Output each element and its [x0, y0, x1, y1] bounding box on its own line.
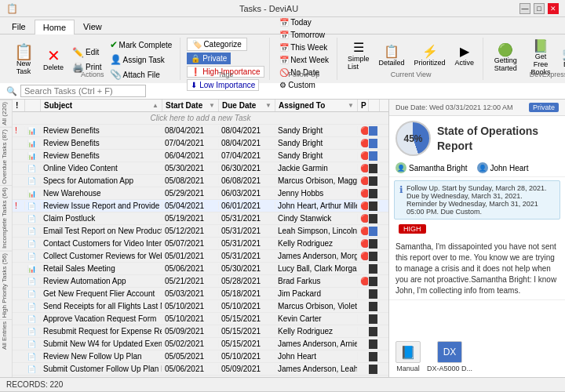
table-row[interactable]: 📄 Submit Customer Follow Up Plan Feedbac…: [13, 363, 388, 376]
col-header-color[interactable]: [369, 100, 380, 111]
progress-circle: 45%: [396, 121, 431, 156]
tags-buttons: 🏷️ Categorize 🔒 Private ❗ High Importanc…: [187, 38, 264, 91]
priority-icon: 🔴: [360, 189, 369, 198]
sidebar-label-overdue[interactable]: Overdue Tasks (87): [0, 127, 12, 186]
title-bar: 📋 Tasks - DeviAU — □ ✕: [0, 0, 565, 17]
table-row[interactable]: 📊 Review Benefits 07/04/2021 08/04/2021 …: [13, 137, 388, 150]
sidebar-label-all[interactable]: All (220): [0, 100, 12, 127]
search-input[interactable]: [20, 85, 146, 97]
records-count: RECORDS: 220: [6, 380, 63, 389]
window-controls[interactable]: — □ ✕: [519, 3, 559, 14]
table-row[interactable]: 📄 Contact Customers for Video Interviews…: [13, 238, 388, 250]
sidebar-label-incomplete[interactable]: Incomplete Tasks (64): [0, 185, 12, 250]
buy-icon: 🛒: [562, 48, 565, 60]
col-header-due[interactable]: Due Date ▼: [219, 100, 275, 111]
devexpress-group: 🟢 Getting Started 📗 Get Free Books 🛒 Buy…: [485, 38, 565, 80]
high-priority-badge: HIGH: [399, 224, 426, 234]
prioritized-icon: ⚡: [422, 44, 438, 59]
table-row[interactable]: 📄 Specs for Automation App 05/08/2021 06…: [13, 175, 388, 187]
col-header-flag[interactable]: !: [13, 100, 25, 111]
table-row[interactable]: 📄 Email Test Report on New Products 05/1…: [13, 225, 388, 238]
priority-icon: 🔴: [360, 239, 369, 248]
table-row[interactable]: 📊 New Warehouse 05/29/2021 06/03/2021 Je…: [13, 187, 388, 200]
sidebar-label-allentries[interactable]: All Entries: [0, 319, 12, 351]
col-header-subject[interactable]: Subject ▲: [41, 100, 162, 111]
table-row[interactable]: 📄 Collect Customer Reviews for Website 0…: [13, 250, 388, 263]
maximize-button[interactable]: □: [534, 3, 545, 14]
delete-button[interactable]: ✕ Delete: [39, 45, 67, 74]
followup-buttons: 📅 Today 📅 Tomorrow 📅 This Week 📅 Next We…: [276, 16, 333, 91]
tab-file[interactable]: File: [3, 19, 35, 34]
app-icon: 📋: [6, 3, 18, 14]
user-entry-2: 👤 John Heart: [477, 162, 529, 173]
tomorrow-button[interactable]: 📅 Tomorrow: [276, 29, 333, 41]
table-row[interactable]: 📄 Review New Follow Up Plan 05/05/2021 0…: [13, 350, 388, 363]
table-row[interactable]: 📄 Create New Installer for Company Wide …: [13, 376, 388, 377]
assign-task-button[interactable]: 👤 Assign Task: [107, 53, 176, 67]
active-button[interactable]: ▶ Active: [451, 42, 479, 69]
tab-view[interactable]: View: [75, 19, 111, 34]
mark-complete-button[interactable]: ✔ Mark Complete: [107, 38, 176, 52]
buy-button[interactable]: 🛒 Buy: [560, 45, 565, 71]
new-task-icon: 📋: [14, 44, 34, 60]
color-swatch: [369, 339, 378, 349]
rp-header: Due Date: Wed 03/31/2021 12:00 AM Privat…: [389, 100, 565, 116]
detailed-button[interactable]: 📋 Detailed: [375, 42, 409, 69]
status-icon: 📄: [27, 252, 36, 260]
table-row[interactable]: 📄 Send Receipts for all Flights Last Mon…: [13, 300, 388, 313]
low-importance-button[interactable]: ⬇ Low Importance: [187, 79, 259, 91]
categorize-button[interactable]: 🏷️ Categorize: [187, 38, 246, 51]
sidebar-label-highpriority[interactable]: High Priority Tasks (56): [0, 251, 12, 320]
manual-button[interactable]: 📘 Manual: [396, 341, 421, 372]
getting-started-button[interactable]: 🟢 Getting Started: [490, 42, 521, 74]
dx-a5000d-button[interactable]: DX DX-A5000 D...: [427, 341, 472, 372]
table-row[interactable]: 📄 Claim Postluck 05/19/2021 05/31/2021 C…: [13, 212, 388, 225]
prioritized-button[interactable]: ⚡ Prioritized: [410, 42, 450, 69]
col-header-p[interactable]: P: [358, 100, 369, 111]
minimize-button[interactable]: —: [519, 3, 530, 14]
status-icon: 📊: [27, 127, 36, 135]
color-swatch: [369, 352, 378, 361]
status-icon: 📄: [27, 227, 36, 235]
priority-icon: 🔴: [360, 201, 369, 210]
table-row[interactable]: 📄 Online Video Content 05/30/2021 06/30/…: [13, 162, 388, 175]
private-button[interactable]: 🔒 Private: [187, 53, 231, 64]
status-bar: RECORDS: 220: [0, 377, 565, 391]
table-row[interactable]: ! 📄 Review Issue Report and Provide Work…: [13, 200, 388, 212]
table-row[interactable]: 📊 Review Benefits 06/04/2021 07/04/2021 …: [13, 150, 388, 162]
next-week-button[interactable]: 📅 Next Week: [276, 54, 333, 66]
priority-icon: 🔴: [360, 164, 369, 172]
color-swatch: [369, 227, 378, 236]
table-row[interactable]: 📊 Retail Sales Meeting 05/06/2021 05/30/…: [13, 263, 388, 275]
col-header-assigned[interactable]: Assigned To ▼: [275, 100, 358, 111]
col-header-start[interactable]: Start Date ▼: [162, 100, 219, 111]
simple-list-button[interactable]: ☰ Simple List: [344, 38, 374, 73]
table-row[interactable]: 📄 Approve Vacation Request Form 05/10/20…: [13, 313, 388, 325]
close-button[interactable]: ✕: [548, 3, 559, 14]
today-button[interactable]: 📅 Today: [276, 16, 333, 28]
table-row[interactable]: 📄 Submit New W4 for Updated Exemptions 0…: [13, 338, 388, 350]
custom-button[interactable]: ⚙ Custom: [276, 79, 333, 91]
col-header-status[interactable]: [25, 100, 41, 111]
status-icon: 📄: [27, 177, 36, 185]
table-row[interactable]: ! 📊 Review Benefits 08/04/2021 08/04/202…: [13, 125, 388, 137]
table-row[interactable]: 📄 Resubmit Request for Expense Reimburse…: [13, 325, 388, 338]
table-row[interactable]: 📄 Get New Frequent Flier Account 05/03/2…: [13, 288, 388, 300]
status-icon: 📄: [27, 328, 36, 336]
color-swatch: [369, 189, 378, 198]
edit-button[interactable]: ✏️ Edit: [69, 45, 105, 60]
current-view-group: ☰ Simple List 📋 Detailed ⚡ Prioritized ▶…: [339, 38, 483, 80]
color-swatch: [369, 164, 378, 173]
rp-due-date: Due Date: Wed 03/31/2021 12:00 AM: [396, 103, 512, 111]
color-swatch: [369, 314, 378, 324]
rp-info-box: ℹ Follow Up. Start by Sunday, March 28, …: [394, 180, 560, 220]
user-name-1: Samantha Bright: [409, 164, 468, 172]
new-task-row[interactable]: Click here to add a new Task: [13, 112, 388, 125]
table-row[interactable]: 📄 Review Automation App 05/21/2021 05/28…: [13, 275, 388, 288]
color-swatch: [369, 327, 378, 336]
priority-icon: 🔴: [360, 252, 369, 260]
this-week-button[interactable]: 📅 This Week: [276, 42, 333, 53]
get-free-books-icon: 📗: [533, 40, 549, 53]
tab-home[interactable]: Home: [35, 20, 75, 34]
priority-icon: 🔴: [360, 139, 369, 147]
